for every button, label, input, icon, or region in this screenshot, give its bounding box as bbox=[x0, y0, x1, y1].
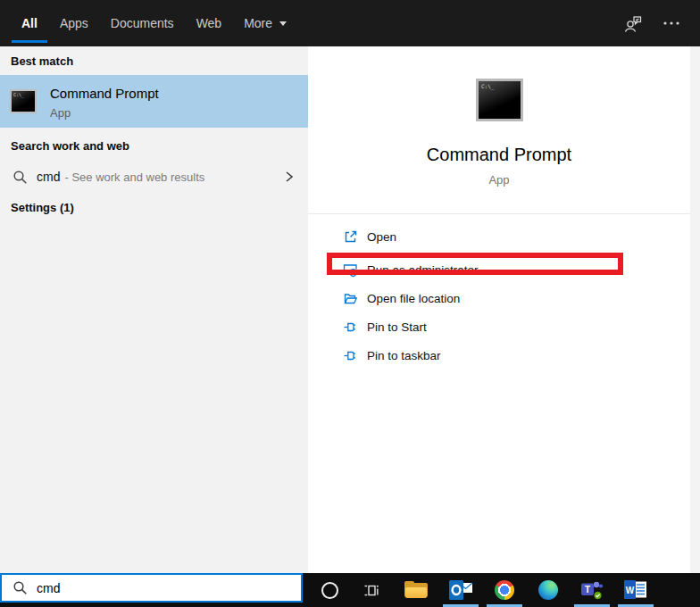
cortana-ring-icon bbox=[321, 582, 338, 599]
file-explorer-icon[interactable] bbox=[398, 573, 434, 607]
scrollbar-track[interactable] bbox=[690, 46, 700, 573]
tab-all[interactable]: All bbox=[21, 0, 38, 46]
web-search-result-row[interactable]: cmd - See work and web results bbox=[0, 162, 308, 192]
search-work-web-header: Search work and web bbox=[11, 139, 129, 153]
tab-web-label: Web bbox=[196, 16, 222, 30]
action-pin-to-taskbar[interactable]: Pin to taskbar bbox=[343, 345, 441, 365]
cortana-icon[interactable] bbox=[312, 573, 347, 607]
divider bbox=[308, 213, 690, 214]
action-run-as-administrator[interactable]: Run as administrator bbox=[343, 260, 479, 279]
tab-more[interactable]: More bbox=[244, 0, 287, 46]
web-search-suffix: - See work and web results bbox=[64, 170, 204, 184]
taskbar: T W bbox=[0, 573, 700, 607]
taskbar-search-box[interactable] bbox=[0, 573, 303, 603]
open-external-icon bbox=[343, 229, 358, 245]
app-subtitle: App bbox=[308, 173, 690, 187]
action-open-label: Open bbox=[367, 230, 396, 244]
windows-search-flyout: All Apps Documents Web More Best match C… bbox=[0, 0, 700, 607]
tab-more-label: More bbox=[244, 16, 272, 30]
search-filter-bar: All Apps Documents Web More bbox=[0, 0, 700, 46]
task-view-icon[interactable] bbox=[354, 573, 390, 607]
action-pin-to-taskbar-label: Pin to taskbar bbox=[367, 349, 441, 362]
settings-header: Settings (1) bbox=[11, 201, 74, 214]
search-icon bbox=[12, 580, 28, 595]
action-open-file-location[interactable]: Open file location bbox=[343, 288, 460, 308]
best-match-header: Best match bbox=[11, 54, 73, 68]
tab-documents[interactable]: Documents bbox=[111, 0, 174, 46]
feedback-person-chat-icon[interactable] bbox=[622, 0, 644, 46]
svg-text:W: W bbox=[626, 586, 635, 595]
web-search-query: cmd bbox=[37, 170, 60, 184]
pin-icon bbox=[343, 348, 358, 363]
run-as-admin-shield-icon bbox=[343, 262, 358, 278]
tab-apps-label: Apps bbox=[60, 16, 88, 30]
outlook-icon[interactable] bbox=[443, 573, 479, 607]
pin-icon bbox=[343, 320, 358, 335]
app-title: Command Prompt bbox=[308, 145, 690, 165]
edge-swirl-icon bbox=[538, 580, 558, 600]
chrome-ball-icon bbox=[495, 580, 514, 600]
best-match-subtitle: App bbox=[50, 106, 71, 120]
chevron-right-icon bbox=[285, 170, 294, 183]
tab-all-label: All bbox=[21, 16, 38, 30]
action-pin-to-start-label: Pin to Start bbox=[367, 320, 427, 334]
folder-open-icon bbox=[343, 291, 358, 306]
word-icon[interactable]: W bbox=[618, 573, 654, 607]
tab-documents-label: Documents bbox=[111, 16, 174, 30]
action-open-file-location-label: Open file location bbox=[367, 292, 460, 305]
ellipsis-options-icon[interactable] bbox=[661, 0, 682, 46]
results-panel: Best match Command Prompt App Search wor… bbox=[0, 46, 308, 573]
chrome-icon[interactable] bbox=[487, 573, 522, 607]
tab-web[interactable]: Web bbox=[196, 0, 222, 46]
edge-icon[interactable] bbox=[530, 573, 566, 607]
tab-apps[interactable]: Apps bbox=[60, 0, 88, 46]
search-icon bbox=[12, 170, 28, 185]
teams-icon[interactable]: T bbox=[574, 573, 610, 607]
search-input[interactable] bbox=[37, 581, 278, 595]
caret-down-icon bbox=[279, 21, 287, 26]
best-match-result-command-prompt[interactable]: Command Prompt App bbox=[0, 75, 308, 128]
svg-text:T: T bbox=[584, 585, 589, 595]
action-run-as-administrator-label: Run as administrator bbox=[367, 263, 479, 277]
action-pin-to-start[interactable]: Pin to Start bbox=[343, 317, 427, 337]
folder-icon bbox=[404, 581, 428, 599]
preview-panel: Command Prompt App Open Run as administr… bbox=[308, 46, 700, 573]
command-prompt-icon bbox=[10, 89, 37, 113]
best-match-title: Command Prompt bbox=[50, 86, 159, 101]
action-open[interactable]: Open bbox=[343, 227, 396, 246]
command-prompt-icon-large bbox=[476, 79, 523, 121]
